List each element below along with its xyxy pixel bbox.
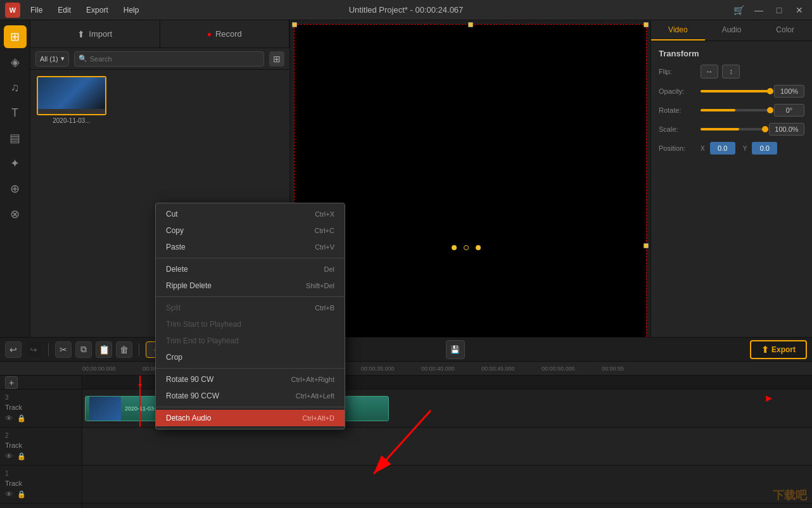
- opacity-thumb[interactable]: [767, 88, 773, 94]
- sidebar-item-audio[interactable]: ♫: [4, 76, 27, 99]
- add-track-button[interactable]: +: [5, 376, 18, 389]
- ctx-rotate-ccw[interactable]: Rotate 90 CCW Ctrl+Alt+Left: [156, 388, 345, 404]
- timeline-body: + 3 Track 👁 🔒 2 Track 👁 🔒 1 Tr: [0, 376, 812, 508]
- track-2-name: Track: [5, 441, 77, 449]
- ctx-rotate-cw[interactable]: Rotate 90 CW Ctrl+Alt+Right: [156, 371, 345, 388]
- ctx-copy-label: Copy: [166, 226, 184, 235]
- redo-button[interactable]: ↪: [25, 341, 42, 358]
- undo-button[interactable]: ↩: [5, 341, 22, 358]
- sidebar-item-template[interactable]: ▤: [4, 127, 27, 149]
- search-input[interactable]: [90, 55, 260, 63]
- track-1-eye-icon[interactable]: 👁: [5, 490, 13, 499]
- close-button[interactable]: ✕: [792, 3, 807, 18]
- save-button[interactable]: 💾: [446, 340, 465, 359]
- opacity-row: Opacity: 100%: [659, 85, 804, 98]
- handle-top-left[interactable]: [292, 22, 297, 27]
- ctx-ripple-delete[interactable]: Ripple Delete Shift+Del: [156, 277, 345, 294]
- menu-export[interactable]: Export: [82, 4, 112, 16]
- ruler-mark: 00:00:55: [602, 365, 640, 372]
- ctx-trim-end-label: Trim End to Playhead: [166, 336, 239, 345]
- track-2-lock-icon[interactable]: 🔒: [17, 452, 26, 460]
- track-3-eye-icon[interactable]: 👁: [5, 414, 13, 423]
- flip-horizontal-button[interactable]: ↔: [701, 65, 718, 79]
- scale-thumb[interactable]: [762, 126, 768, 132]
- export-button[interactable]: ⬆ Export: [750, 340, 807, 359]
- track-2-eye-icon[interactable]: 👁: [5, 452, 13, 461]
- rotate-slider[interactable]: [701, 109, 770, 111]
- ctx-copy-shortcut: Ctrl+C: [315, 227, 334, 234]
- tab-video[interactable]: Video: [651, 20, 705, 41]
- import-button[interactable]: ⬆ Import: [30, 20, 160, 48]
- pos-x-value[interactable]: 0.0: [710, 142, 735, 155]
- media-filter-dropdown[interactable]: All (1) ▾: [35, 51, 69, 67]
- cut-button[interactable]: ✂: [55, 341, 72, 358]
- paste-button[interactable]: 📋: [96, 341, 112, 358]
- ctx-cut[interactable]: Cut Ctrl+X: [156, 206, 345, 222]
- ctx-trim-end[interactable]: Trim End to Playhead: [156, 333, 345, 349]
- ruler-mark: 00:00:35.000: [361, 365, 421, 372]
- ctx-paste[interactable]: Paste Ctrl+V: [156, 239, 345, 255]
- clip-thumb: [89, 397, 121, 421]
- ctx-delete[interactable]: Delete Del: [156, 261, 345, 277]
- record-button[interactable]: ● Record: [160, 20, 290, 48]
- clip-thumb-preview: [89, 397, 121, 421]
- ctx-ripple-delete-shortcut: Shift+Del: [306, 282, 334, 289]
- menu-file[interactable]: File: [27, 4, 46, 16]
- menu-edit[interactable]: Edit: [54, 4, 75, 16]
- media-search-box[interactable]: 🔍: [74, 51, 264, 67]
- track-3-lock-icon[interactable]: 🔒: [17, 414, 26, 422]
- opacity-label: Opacity:: [659, 87, 697, 95]
- ctx-split[interactable]: Split Ctrl+B: [156, 300, 345, 316]
- rotate-label: Rotate:: [659, 106, 697, 114]
- flip-vertical-button[interactable]: ↕: [722, 65, 740, 79]
- ruler-mark: 00:00:45.000: [481, 365, 542, 372]
- ctx-divider-1: [156, 258, 345, 258]
- rotate-thumb[interactable]: [767, 107, 773, 113]
- ctx-divider-2: [156, 296, 345, 297]
- tab-audio[interactable]: Audio: [705, 20, 759, 41]
- sidebar-item-filter[interactable]: ⊕: [4, 177, 27, 200]
- ctx-crop[interactable]: Crop: [156, 349, 345, 365]
- title-bar: W File Edit Export Help Untitled Project…: [0, 0, 812, 20]
- ctx-detach-audio[interactable]: Detach Audio Ctrl+Alt+D: [156, 410, 345, 426]
- grid-view-toggle[interactable]: ⊞: [269, 51, 284, 67]
- sidebar-item-sticker[interactable]: ✦: [4, 152, 27, 175]
- handle-top-right[interactable]: [644, 22, 649, 27]
- import-label: Import: [89, 29, 112, 39]
- scale-fill: [701, 128, 739, 130]
- sidebar-item-media[interactable]: ⊞: [4, 25, 27, 48]
- maximize-button[interactable]: □: [771, 3, 787, 18]
- tab-color[interactable]: Color: [758, 20, 812, 41]
- scale-value: 100.0%: [769, 123, 804, 136]
- sidebar-item-effects[interactable]: ◈: [4, 51, 27, 73]
- track-3-controls: 👁 🔒: [5, 414, 77, 423]
- export-label: Export: [771, 345, 796, 354]
- handle-middle-right[interactable]: [644, 243, 649, 248]
- menu-bar: File Edit Export Help: [27, 4, 143, 16]
- media-item-label: 2020-11-03...: [53, 117, 91, 124]
- track-2-label: 2 Track 👁 🔒: [0, 428, 82, 466]
- copy-button[interactable]: ⧉: [75, 341, 92, 358]
- sidebar-item-transition[interactable]: ⊗: [4, 203, 27, 225]
- ctx-copy[interactable]: Copy Ctrl+C: [156, 222, 345, 239]
- handle-top-center[interactable]: [468, 22, 473, 27]
- ctx-trim-start[interactable]: Trim Start to Playhead: [156, 316, 345, 333]
- record-label: Record: [215, 29, 242, 39]
- menu-help[interactable]: Help: [120, 4, 143, 16]
- ctx-rotate-ccw-label: Rotate 90 CCW: [166, 391, 219, 400]
- cart-icon[interactable]: 🛒: [731, 3, 746, 18]
- opacity-fill: [701, 90, 770, 92]
- media-item[interactable]: 2020-11-03...: [37, 76, 106, 124]
- export-icon: ⬆: [761, 345, 769, 355]
- track-1-lock-icon[interactable]: 🔒: [17, 490, 26, 498]
- opacity-slider[interactable]: [701, 90, 770, 92]
- ctx-split-shortcut: Ctrl+B: [315, 304, 334, 312]
- pos-y-value[interactable]: 0.0: [752, 142, 777, 155]
- arrow-indicator: ►: [764, 393, 774, 404]
- sidebar-item-text[interactable]: T: [4, 101, 27, 124]
- right-tabs: Video Audio Color: [651, 20, 812, 41]
- delete-button[interactable]: 🗑: [116, 341, 132, 358]
- scale-slider[interactable]: [701, 128, 765, 130]
- import-icon: ⬆: [77, 29, 85, 39]
- minimize-button[interactable]: —: [751, 3, 766, 18]
